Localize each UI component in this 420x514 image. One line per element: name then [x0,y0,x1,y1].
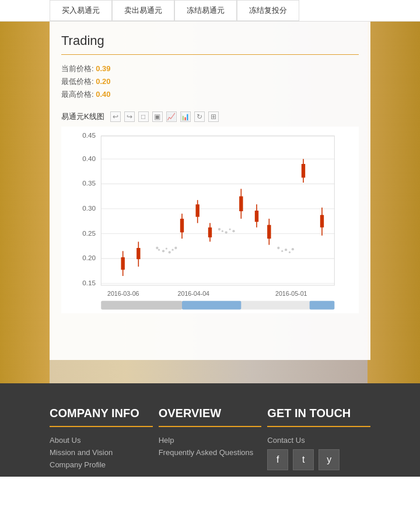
svg-rect-49 [302,164,305,177]
min-price-value: 0.20 [96,77,110,86]
chart-icon-5[interactable]: 📈 [166,111,177,122]
svg-text:0.15: 0.15 [82,279,96,286]
chart-icon-7[interactable]: ↻ [194,111,205,122]
coins-right-bg [368,22,420,383]
svg-rect-58 [310,301,335,310]
footer-about-link[interactable]: About Us [50,436,153,445]
footer-mission-link[interactable]: Mission and Vision [50,448,153,457]
svg-point-25 [174,247,177,249]
svg-rect-16 [121,257,124,270]
svg-text:0.40: 0.40 [82,155,96,162]
chart-icon-6[interactable]: 📊 [180,111,191,122]
top-buttons-bar: 买入易通元 卖出易通元 冻结易通元 冻结复投分 [0,0,420,22]
freeze-button[interactable]: 冻结易通元 [174,0,237,21]
chart-icon-4[interactable]: ▣ [152,111,163,122]
current-price-label: 当前价格: [61,64,94,73]
trading-title: Trading [61,33,359,55]
chart-section: 易通元K线图 ↩ ↪ □ ▣ 📈 📊 ↻ ⊞ 0.45 0.40 0.35 0.… [61,111,359,313]
footer-profile-link[interactable]: Company Profile [50,460,153,469]
svg-point-36 [232,230,235,232]
footer-help-link[interactable]: Help [159,436,262,445]
svg-point-45 [285,249,287,251]
svg-point-46 [289,251,290,253]
svg-point-47 [292,248,294,250]
svg-text:0.25: 0.25 [82,229,96,237]
max-price-row: 最高价格: 0.40 [61,89,359,100]
svg-text:0.35: 0.35 [82,179,96,187]
svg-point-35 [229,228,231,230]
svg-rect-38 [239,196,243,211]
current-price-value: 0.39 [96,64,110,73]
chart-icon-8[interactable]: ⊞ [208,111,219,122]
current-price-row: 当前价格: 0.39 [61,64,359,74]
svg-point-20 [158,249,160,251]
chart-icon-2[interactable]: ↪ [124,111,135,122]
facebook-icon[interactable]: f [267,449,288,470]
chart-icon-1[interactable]: ↩ [110,111,121,122]
min-price-row: 最低价格: 0.20 [61,76,359,87]
footer-faq-link[interactable]: Frequently Asked Questions [159,448,262,457]
youtube-icon[interactable]: y [318,449,340,470]
svg-text:2016-04-04: 2016-04-04 [178,290,210,297]
max-price-value: 0.40 [96,90,110,99]
trading-card: Trading 当前价格: 0.39 最低价格: 0.20 最高价格: 0.40… [50,22,370,360]
svg-rect-31 [208,228,212,237]
svg-point-21 [162,250,164,252]
svg-point-22 [166,247,167,249]
svg-rect-42 [267,225,271,239]
svg-point-44 [281,250,283,252]
footer-overview-heading: OVERVIEW [159,407,262,427]
svg-point-24 [172,249,173,251]
svg-rect-18 [136,248,140,259]
svg-rect-14 [101,136,334,285]
svg-text:0.20: 0.20 [82,254,96,261]
buy-button[interactable]: 买入易通元 [50,0,112,21]
svg-rect-27 [180,219,184,232]
footer-overview-col: OVERVIEW Help Frequently Asked Questions [159,407,262,473]
svg-point-32 [218,228,220,230]
svg-point-23 [169,251,171,253]
chart-container: 0.45 0.40 0.35 0.30 0.25 0.20 0.15 [61,127,359,313]
twitter-icon[interactable]: t [293,449,314,470]
svg-point-34 [225,231,228,233]
svg-text:0.30: 0.30 [82,204,96,212]
footer-contact-heading: GET IN TOUCH [267,407,370,427]
coins-left-bg [0,22,50,383]
svg-rect-56 [101,301,182,310]
chart-title-label: 易通元K线图 [61,111,104,122]
footer-inner: COMPANY INFO About Us Mission and Vision… [0,407,420,473]
svg-text:2016-05-01: 2016-05-01 [275,290,307,297]
svg-point-33 [222,230,223,232]
footer-company-heading: COMPANY INFO [50,407,153,427]
chart-toolbar: 易通元K线图 ↩ ↪ □ ▣ 📈 📊 ↻ ⊞ [61,111,359,122]
svg-point-19 [156,247,158,249]
svg-text:2016-03-06: 2016-03-06 [107,290,139,297]
svg-rect-40 [255,211,258,222]
footer-contact-col: GET IN TOUCH Contact Us f t y [267,407,370,473]
footer: COMPANY INFO About Us Mission and Vision… [0,383,420,477]
chart-svg: 0.45 0.40 0.35 0.30 0.25 0.20 0.15 [61,127,359,313]
footer-company-col: COMPANY INFO About Us Mission and Vision… [50,407,153,473]
svg-rect-29 [195,204,199,216]
svg-rect-51 [320,215,324,227]
svg-point-43 [277,247,279,249]
social-icons-group: f t y [267,449,370,470]
sell-button[interactable]: 卖出易通元 [112,0,174,21]
svg-text:0.45: 0.45 [82,131,96,139]
chart-icon-3[interactable]: □ [138,111,149,122]
max-price-label: 最高价格: [61,90,94,99]
hero-section: Trading 当前价格: 0.39 最低价格: 0.20 最高价格: 0.40… [0,22,420,383]
freeze-reinvest-button[interactable]: 冻结复投分 [237,0,299,21]
footer-contact-link[interactable]: Contact Us [267,436,370,445]
svg-rect-57 [182,301,241,310]
min-price-label: 最低价格: [61,77,94,86]
